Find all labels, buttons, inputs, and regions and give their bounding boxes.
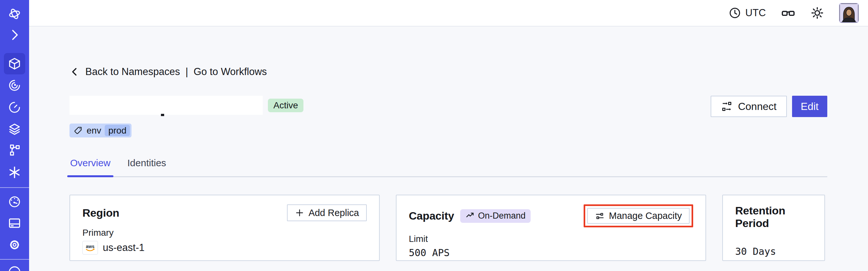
sidebar-item-nexus[interactable] [0,165,29,179]
status-badge: Active [268,99,304,112]
capacity-card-title: Capacity [409,210,454,222]
sidebar-collapse-chevron-icon[interactable] [0,28,29,42]
glasses-icon[interactable] [781,5,796,20]
tab-bar: Overview Identities [69,157,827,177]
temporal-logo-icon[interactable] [0,7,29,21]
on-demand-badge: On-Demand [460,209,531,223]
globe-icon [7,264,22,271]
tag-row: env prod [69,124,827,138]
region-card-title: Region [83,207,119,219]
connect-button-label: Connect [738,100,777,113]
credit-card-icon [7,216,22,230]
go-to-workflows-link[interactable]: Go to Workflows [193,66,267,78]
spiral-icon [7,78,22,92]
header-actions: Connect Edit [711,96,827,117]
sidebar-item-billing[interactable] [0,216,29,230]
manage-capacity-button[interactable]: Manage Capacity [587,208,690,224]
sidebar-item-namespaces[interactable] [4,53,25,74]
timezone-selector[interactable]: UTC [729,7,766,19]
env-tag[interactable]: env prod [69,124,131,138]
breadcrumb: Back to Namespaces | Go to Workflows [69,66,827,78]
back-to-namespaces-link[interactable]: Back to Namespaces [85,66,180,78]
capacity-card: Capacity On-Demand Manage Capacity Limit… [396,195,706,261]
capacity-value: 500 APS [409,247,450,259]
add-replica-button[interactable]: Add Replica [287,204,367,221]
tag-icon [73,126,83,136]
add-replica-label: Add Replica [309,208,359,218]
clock-icon [729,7,741,19]
sidebar-item-schedules[interactable] [0,100,29,115]
aws-logo-text: aws [86,244,95,249]
redaction-artifact [161,114,164,116]
gauge-icon [7,195,22,209]
retention-value: 30 Days [735,246,776,257]
retention-card: Retention Period 30 Days [722,195,825,261]
summary-cards: Region Add Replica Primary aws us-east-1… [69,195,827,261]
capacity-field-label: Limit [409,234,693,244]
namespace-name-redacted [69,96,263,115]
namespace-name-group: Active [69,96,304,115]
main-content: Back to Namespaces | Go to Workflows Act… [29,27,868,271]
sidebar-item-support[interactable] [0,264,29,271]
branch-icon [7,143,22,157]
sidebar-item-batch-operations[interactable] [0,122,29,136]
asterisk-icon [7,165,22,179]
breadcrumb-separator: | [185,66,188,78]
timezone-label: UTC [745,7,766,19]
chevron-left-icon[interactable] [69,67,80,77]
namespace-header: Active Connect Edit [69,96,827,117]
connect-button[interactable]: Connect [711,96,787,117]
layers-icon [7,122,22,136]
region-value: us-east-1 [103,242,145,253]
sidebar-item-settings[interactable] [0,238,29,252]
cube-icon [7,57,22,71]
plus-icon [295,208,304,218]
sidebar-item-deployments[interactable] [0,143,29,157]
sidebar-item-usage[interactable] [0,195,29,209]
tab-identities[interactable]: Identities [127,157,167,176]
theme-toggle-sun-icon[interactable] [810,6,824,20]
gear-icon [7,238,22,252]
retention-card-title: Retention Period [735,204,812,230]
trending-up-icon [465,211,475,220]
connect-icon [721,100,733,112]
timer-icon [7,100,22,115]
sliders-icon [595,211,604,221]
region-field-label: Primary [83,228,367,238]
sidebar-item-workflows[interactable] [0,78,29,92]
aws-logo: aws [83,241,98,254]
user-avatar[interactable] [839,3,859,23]
tab-overview[interactable]: Overview [69,157,111,176]
on-demand-label: On-Demand [478,211,525,221]
sidebar-divider [0,187,29,188]
region-card: Region Add Replica Primary aws us-east-1 [69,195,380,261]
tag-value-chip: prod [105,125,130,136]
topbar: UTC [29,0,868,27]
tag-key: env [87,125,101,136]
sidebar [0,0,29,271]
action-highlight-box: Manage Capacity [584,204,693,227]
sidebar-divider [0,259,29,260]
manage-capacity-label: Manage Capacity [609,211,682,221]
edit-button[interactable]: Edit [792,96,827,117]
